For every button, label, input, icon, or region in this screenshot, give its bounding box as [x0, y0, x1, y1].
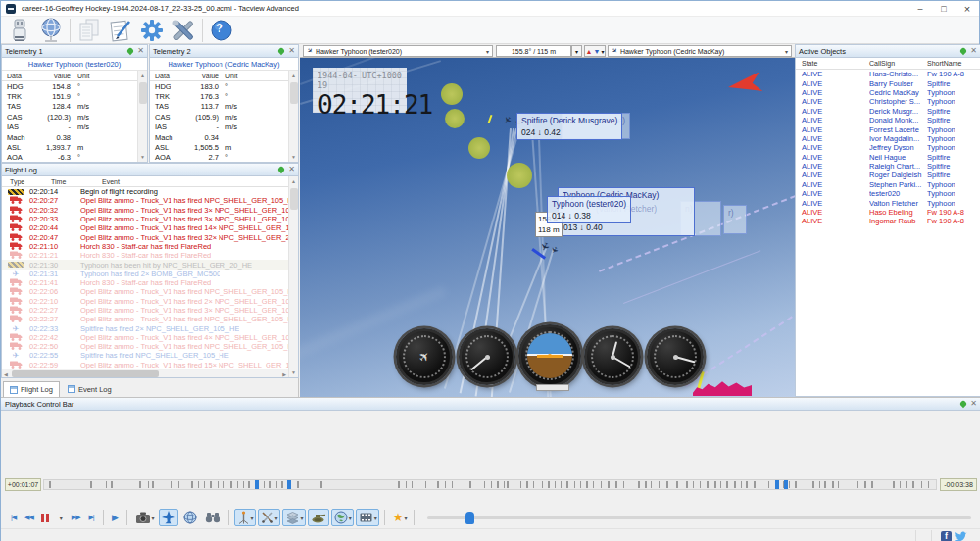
telemetry-row[interactable]: IAS - m/s	[2, 123, 137, 132]
telemetry-row[interactable]: AOA 2.7 °	[150, 153, 288, 162]
flight-log-row[interactable]: 02:20:14 Begin of flight recording	[2, 187, 288, 196]
column-callsign[interactable]: CallSign	[869, 60, 927, 67]
scroll-right-icon[interactable]	[280, 369, 288, 378]
weapons-display-button[interactable]	[258, 509, 280, 526]
active-object-row[interactable]: ALIVE Hans-Christo... Fw 190 A-8	[796, 70, 980, 78]
telemetry-row[interactable]: HDG 183.0 °	[150, 81, 288, 91]
flight-log-row[interactable]: 02:22:27 Opel Blitz ammo - Truck_V1 has …	[2, 315, 288, 323]
telemetry-row[interactable]: HDG 154.8 °	[2, 81, 137, 91]
column-unit[interactable]: Unit	[71, 73, 89, 79]
flight-log-row[interactable]: 02:21:41 Horch 830 - Staff-car has fired…	[2, 278, 288, 287]
flight-log-row[interactable]: 02:20:27 Opel Blitz ammo - Truck_V1 has …	[2, 196, 288, 205]
horizontal-scrollbar[interactable]	[2, 369, 288, 377]
column-shortname[interactable]: ShortName	[927, 60, 980, 67]
pin-icon[interactable]	[959, 400, 967, 408]
telemetry-row[interactable]: ASL 1,505.5 m	[150, 142, 288, 152]
tab-flight-log[interactable]: Flight Log	[3, 381, 60, 397]
play-button[interactable]	[109, 509, 122, 526]
object-label-tester[interactable]: Typhoon (tester020) 014 ↓ 0.38	[547, 196, 631, 223]
settings-button[interactable]	[139, 18, 165, 43]
column-data[interactable]: Data	[2, 73, 39, 79]
vertical-scrollbar[interactable]	[137, 71, 147, 162]
close-icon[interactable]	[970, 401, 977, 407]
pin-icon[interactable]	[277, 166, 285, 173]
enemy-aircraft-icon[interactable]	[726, 72, 762, 99]
telemetry-aircraft-selector[interactable]: Hawker Typhoon (tester020)	[2, 58, 147, 71]
active-object-row[interactable]: ALIVE Derick Musgr... Spitfire	[796, 107, 980, 116]
column-value[interactable]: Value	[187, 73, 219, 79]
flight-log-row[interactable]: 02:22:50 Opel Blitz ammo - Truck_V1 has …	[2, 342, 288, 351]
flight-log-row[interactable]: 02:21:30 Typhoon has been hit by NPC_SHE…	[2, 260, 288, 269]
scroll-down-icon[interactable]	[291, 368, 296, 377]
flight-log-row[interactable]: 02:22:10 Opel Blitz ammo - Truck_V1 has …	[2, 297, 288, 306]
open-file-button[interactable]	[7, 18, 32, 43]
active-object-row[interactable]: ALIVE Christopher S... Typhoon	[796, 97, 980, 106]
online-button[interactable]	[38, 18, 64, 43]
fast-forward-button[interactable]	[69, 509, 83, 526]
swap-objects-button[interactable]: ▲▼	[584, 45, 606, 57]
active-object-row[interactable]: ALIVE Raleigh Chart... Spitfire	[796, 162, 980, 171]
flight-log-row[interactable]: 02:22:59 Opel Blitz ammo - Truck_V1 has …	[2, 361, 288, 369]
scroll-up-icon[interactable]	[291, 176, 296, 186]
panel-header[interactable]: Telemetry 2	[150, 45, 298, 58]
camera-info-box[interactable]: 155.8° / 115 m	[496, 45, 571, 57]
skip-to-start-button[interactable]	[7, 509, 20, 526]
primary-object-select[interactable]: Hawker Typhoon (tester020)	[303, 45, 493, 57]
close-button[interactable]	[956, 1, 979, 16]
scroll-up-icon[interactable]	[140, 71, 145, 80]
flight-log-row[interactable]: 02:20:47 Opel Blitz ammo - Truck_V1 has …	[2, 232, 288, 241]
active-object-row[interactable]: ALIVE tester020 Typhoon	[796, 189, 980, 198]
flight-log-row[interactable]: 02:20:33 Opel Blitz ammo - Truck_V1 has …	[2, 215, 288, 223]
seek-slider-track[interactable]	[427, 516, 971, 519]
telemetry-row[interactable]: TAS 113.7 m/s	[150, 102, 288, 112]
telemetry-aircraft-selector[interactable]: Hawker Typhoon (Cedric MacKay)	[150, 58, 298, 71]
active-object-row[interactable]: ALIVE Neil Hague Spitfire	[796, 153, 980, 162]
object-label-spitfire[interactable]: Spitfire (Derick Musgrave) 024 ↓ 0.42	[516, 113, 622, 140]
active-object-row[interactable]: ALIVE Donald Monk... Spitfire	[796, 116, 980, 124]
3d-view[interactable]: 1944-04-19 UTC+1000 02:21:21 ouse) Spitf…	[300, 58, 795, 397]
panel-header[interactable]: Flight Log	[2, 164, 298, 176]
panel-header[interactable]: Active Objects	[796, 45, 980, 58]
show-globe-button[interactable]	[180, 509, 200, 526]
documents-button[interactable]	[76, 18, 102, 43]
camera-mode-button[interactable]	[132, 509, 157, 526]
column-time[interactable]: Time	[51, 178, 88, 185]
vertical-scrollbar[interactable]	[288, 71, 298, 162]
scroll-thumb[interactable]	[139, 82, 147, 104]
media-button[interactable]	[356, 509, 379, 526]
scroll-thumb[interactable]	[290, 82, 298, 104]
flight-log-row[interactable]: 02:22:27 Opel Blitz ammo - Truck_V1 has …	[2, 306, 288, 315]
flight-log-row[interactable]: 02:22:06 Opel Blitz ammo - Truck_V1 has …	[2, 287, 288, 296]
column-state[interactable]: State	[796, 60, 869, 67]
favorites-button[interactable]	[390, 509, 410, 526]
column-data[interactable]: Data	[150, 73, 187, 79]
telemetry-row[interactable]: Mach 0.38	[2, 132, 137, 142]
active-object-row[interactable]: ALIVE Jeffrey Dyson Typhoon	[796, 143, 980, 152]
world-options-button[interactable]	[331, 509, 354, 526]
telemetry-display-button[interactable]	[234, 509, 256, 526]
flight-log-row[interactable]: 02:22:33 Spitfire has fired 2× NPC_SHELL…	[2, 323, 288, 332]
active-object-row[interactable]: ALIVE Stephen Parki... Typhoon	[796, 180, 980, 189]
facebook-icon[interactable]	[941, 531, 952, 541]
close-icon[interactable]	[137, 48, 144, 54]
flight-log-row[interactable]: 02:21:10 Horch 830 - Staff-car has fired…	[2, 242, 288, 251]
telemetry-row[interactable]: TRK 176.3 °	[150, 91, 288, 101]
telemetry-row[interactable]: IAS - m/s	[150, 123, 288, 132]
telemetry-row[interactable]: Mach 0.34	[150, 132, 288, 142]
minimize-button[interactable]	[908, 1, 932, 16]
tools-button[interactable]	[171, 18, 196, 43]
twitter-icon[interactable]	[955, 531, 967, 541]
tab-event-log[interactable]: Event Log	[62, 381, 118, 397]
scroll-left-icon[interactable]	[2, 369, 10, 378]
close-icon[interactable]	[970, 48, 977, 54]
scroll-up-icon[interactable]	[291, 71, 296, 80]
maximize-button[interactable]	[932, 1, 956, 16]
active-object-row[interactable]: ALIVE Forrest Lacerte Typhoon	[796, 124, 980, 133]
observe-button[interactable]	[202, 509, 223, 526]
active-object-row[interactable]: ALIVE Valton Fletcher Typhoon	[796, 198, 980, 207]
flight-log-row[interactable]: 02:20:44 Opel Blitz ammo - Truck_V1 has …	[2, 223, 288, 232]
skip-to-end-button[interactable]	[85, 509, 98, 526]
scroll-thumb[interactable]	[290, 188, 298, 210]
active-object-row[interactable]: ALIVE Haso Ebeling Fw 190 A-8	[796, 208, 980, 217]
active-object-row[interactable]: ALIVE Roger Dalgleish Spitfire	[796, 171, 980, 179]
